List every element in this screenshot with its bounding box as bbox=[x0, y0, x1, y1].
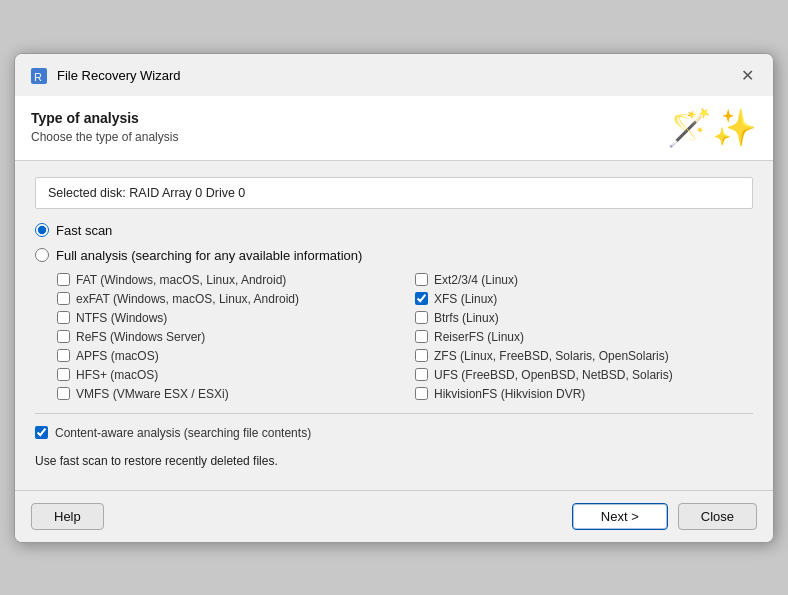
footer: Help Next > Close bbox=[15, 490, 773, 542]
fs-item-ext234[interactable]: Ext2/3/4 (Linux) bbox=[415, 273, 753, 287]
fs-item-zfs[interactable]: ZFS (Linux, FreeBSD, Solaris, OpenSolari… bbox=[415, 349, 753, 363]
content-aware-label: Content-aware analysis (searching file c… bbox=[55, 426, 311, 440]
full-analysis-label[interactable]: Full analysis (searching for any availab… bbox=[35, 248, 753, 263]
fs-item-fat[interactable]: FAT (Windows, macOS, Linux, Android) bbox=[57, 273, 395, 287]
content-area: Selected disk: RAID Array 0 Drive 0 Fast… bbox=[15, 161, 773, 490]
fs-item-exfat[interactable]: exFAT (Windows, macOS, Linux, Android) bbox=[57, 292, 395, 306]
fast-scan-text: Fast scan bbox=[56, 223, 112, 238]
filesystem-grid-container: FAT (Windows, macOS, Linux, Android) Ext… bbox=[57, 273, 753, 401]
info-text: Use fast scan to restore recently delete… bbox=[35, 454, 753, 468]
analysis-title: Type of analysis bbox=[31, 110, 178, 126]
svg-text:R: R bbox=[34, 71, 42, 83]
fs-checkbox-hikvision[interactable] bbox=[415, 387, 428, 400]
close-icon-button[interactable]: ✕ bbox=[735, 64, 759, 88]
fs-checkbox-apfs[interactable] bbox=[57, 349, 70, 362]
wizard-icon: 🪄✨ bbox=[667, 110, 757, 146]
content-aware-checkbox[interactable] bbox=[35, 426, 48, 439]
footer-right-buttons: Next > Close bbox=[572, 503, 757, 530]
fs-item-hfsplus[interactable]: HFS+ (macOS) bbox=[57, 368, 395, 382]
selected-disk-info: Selected disk: RAID Array 0 Drive 0 bbox=[35, 177, 753, 209]
fs-checkbox-ext234[interactable] bbox=[415, 273, 428, 286]
fs-item-apfs[interactable]: APFS (macOS) bbox=[57, 349, 395, 363]
fs-item-vmfs[interactable]: VMFS (VMware ESX / ESXi) bbox=[57, 387, 395, 401]
fs-item-ufs[interactable]: UFS (FreeBSD, OpenBSD, NetBSD, Solaris) bbox=[415, 368, 753, 382]
help-button[interactable]: Help bbox=[31, 503, 104, 530]
fs-item-xfs[interactable]: XFS (Linux) bbox=[415, 292, 753, 306]
fs-checkbox-zfs[interactable] bbox=[415, 349, 428, 362]
fs-checkbox-fat[interactable] bbox=[57, 273, 70, 286]
fast-scan-radio[interactable] bbox=[35, 223, 49, 237]
full-analysis-radio[interactable] bbox=[35, 248, 49, 262]
fs-item-btrfs[interactable]: Btrfs (Linux) bbox=[415, 311, 753, 325]
fs-item-hikvision[interactable]: HikvisionFS (Hikvision DVR) bbox=[415, 387, 753, 401]
fs-checkbox-exfat[interactable] bbox=[57, 292, 70, 305]
fs-item-ntfs[interactable]: NTFS (Windows) bbox=[57, 311, 395, 325]
fs-checkbox-hfsplus[interactable] bbox=[57, 368, 70, 381]
header-text: Type of analysis Choose the type of anal… bbox=[31, 110, 178, 144]
next-button[interactable]: Next > bbox=[572, 503, 668, 530]
fs-checkbox-ufs[interactable] bbox=[415, 368, 428, 381]
analysis-subtitle: Choose the type of analysis bbox=[31, 130, 178, 144]
app-icon: R bbox=[29, 66, 49, 86]
filesystem-grid: FAT (Windows, macOS, Linux, Android) Ext… bbox=[57, 273, 753, 401]
dialog-window: R File Recovery Wizard ✕ Type of analysi… bbox=[14, 53, 774, 543]
fs-checkbox-refs[interactable] bbox=[57, 330, 70, 343]
fs-checkbox-xfs[interactable] bbox=[415, 292, 428, 305]
title-bar-left: R File Recovery Wizard bbox=[29, 66, 181, 86]
dialog-title: File Recovery Wizard bbox=[57, 68, 181, 83]
fast-scan-option: Fast scan bbox=[35, 223, 753, 238]
header-section: Type of analysis Choose the type of anal… bbox=[15, 96, 773, 161]
divider bbox=[35, 413, 753, 414]
dialog-close-button[interactable]: Close bbox=[678, 503, 757, 530]
fs-item-reiserfs[interactable]: ReiserFS (Linux) bbox=[415, 330, 753, 344]
fast-scan-label[interactable]: Fast scan bbox=[35, 223, 753, 238]
full-analysis-option: Full analysis (searching for any availab… bbox=[35, 248, 753, 263]
content-aware-option: Content-aware analysis (searching file c… bbox=[35, 426, 753, 440]
full-analysis-text: Full analysis (searching for any availab… bbox=[56, 248, 362, 263]
fs-checkbox-ntfs[interactable] bbox=[57, 311, 70, 324]
fs-checkbox-btrfs[interactable] bbox=[415, 311, 428, 324]
fs-checkbox-vmfs[interactable] bbox=[57, 387, 70, 400]
title-bar: R File Recovery Wizard ✕ bbox=[15, 54, 773, 96]
fs-checkbox-reiserfs[interactable] bbox=[415, 330, 428, 343]
fs-item-refs[interactable]: ReFS (Windows Server) bbox=[57, 330, 395, 344]
